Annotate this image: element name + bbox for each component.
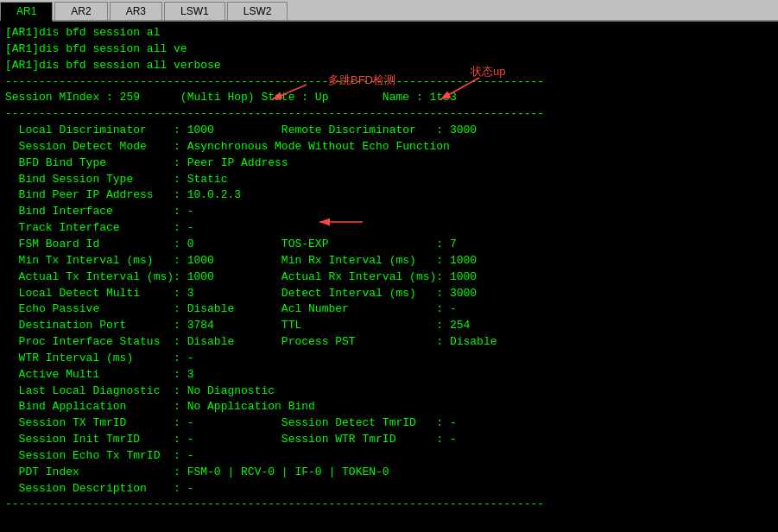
tab-ar1[interactable]: AR1 [0, 2, 53, 22]
tab-ar3[interactable]: AR3 [110, 2, 162, 20]
terminal-wrapper: [AR1]dis bfd session al [AR1]dis bfd ses… [0, 22, 778, 529]
tab-lsw1[interactable]: LSW1 [164, 2, 225, 20]
terminal-output: [AR1]dis bfd session al [AR1]dis bfd ses… [0, 22, 778, 529]
tab-lsw2[interactable]: LSW2 [227, 2, 288, 20]
tab-ar2[interactable]: AR2 [54, 2, 107, 20]
tab-bar: AR1 AR2 AR3 LSW1 LSW2 [0, 0, 778, 22]
